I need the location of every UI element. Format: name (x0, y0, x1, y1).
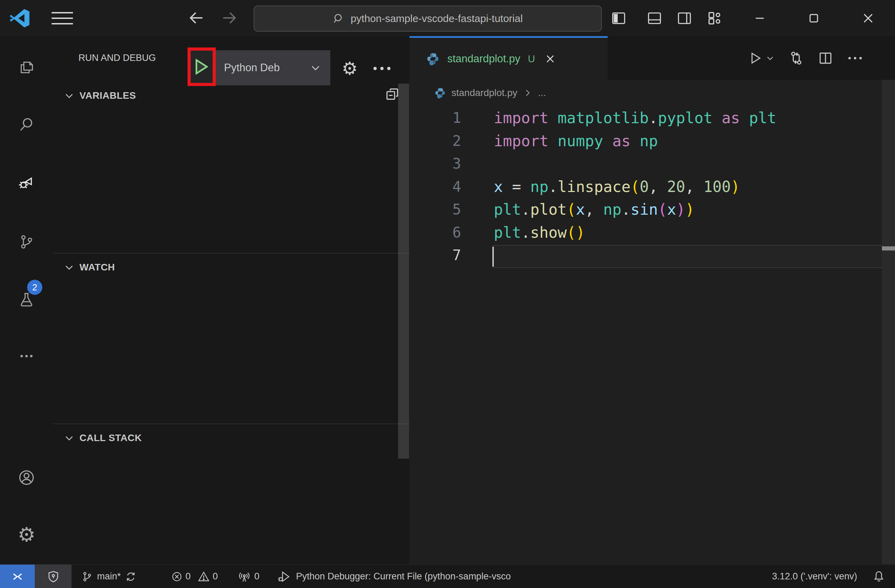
git-branch-icon (81, 571, 93, 582)
code-line[interactable]: plt.plot(x, np.sin(x)) (494, 198, 776, 221)
window-maximize-button[interactable] (798, 0, 829, 36)
section-label: WATCH (79, 262, 115, 273)
branch-name: main* (97, 571, 121, 582)
code-line[interactable]: import numpy as np (494, 130, 776, 153)
ports-status-item[interactable]: 0 (238, 565, 259, 588)
code-line[interactable]: import matplotlib.pyplot as plt (494, 107, 776, 130)
python-file-icon (426, 52, 440, 66)
status-bar: main* 0 0 0 (0, 564, 895, 588)
warning-count: 0 (212, 571, 218, 582)
debug-settings-gear-icon[interactable]: ⚙ (342, 59, 358, 77)
code-line[interactable]: x = np.linspace(0, 20, 100) (494, 176, 776, 199)
workspace-trust-button[interactable] (35, 565, 71, 588)
python-interpreter-item[interactable]: 3.12.0 ('.venv': venv) (772, 565, 857, 588)
problems-status-item[interactable]: 0 0 (171, 565, 218, 588)
toggle-secondary-sidebar-icon[interactable] (677, 10, 692, 26)
search-sidebar-icon[interactable] (0, 106, 53, 144)
debug-alt-icon (278, 570, 291, 583)
breadcrumb-file[interactable]: standardplot.py (452, 87, 517, 99)
code-line[interactable] (494, 152, 776, 176)
debug-views-more-icon[interactable] (372, 61, 392, 76)
vscode-window: python-sample-vscode-fastapi-tutorial (0, 0, 895, 588)
warnings-icon (197, 570, 210, 583)
python-version-text: 3.12.0 ('.venv': venv) (772, 571, 857, 582)
chevron-down-icon (766, 54, 775, 63)
tab-label: standardplot.py (448, 53, 520, 65)
line-number: 2 (410, 130, 461, 153)
source-control-icon[interactable] (0, 223, 53, 261)
nav-back-button[interactable] (188, 9, 205, 27)
line-number: 5 (410, 198, 461, 221)
gutter: 1234567 (410, 107, 461, 267)
line-number: 6 (410, 221, 461, 244)
editor-group: standardplot.py U (410, 36, 895, 564)
sidebar-title: RUN AND DEBUG (79, 53, 156, 63)
debug-configuration-label: Python Deb (224, 62, 280, 74)
debug-configuration-dropdown[interactable]: Python Deb (216, 50, 330, 85)
text-cursor (492, 247, 494, 267)
tab-close-icon[interactable] (545, 53, 556, 64)
radio-tower-icon (238, 570, 251, 583)
tab-standardplot[interactable]: standardplot.py U (410, 36, 608, 80)
section-label: VARIABLES (79, 90, 136, 101)
account-icon[interactable] (0, 459, 53, 497)
command-center-search[interactable]: python-sample-vscode-fastapi-tutorial (253, 6, 602, 32)
title-bar: python-sample-vscode-fastapi-tutorial (0, 0, 895, 36)
python-file-icon (434, 87, 446, 99)
customize-layout-icon[interactable] (707, 10, 722, 26)
section-header-call-stack[interactable]: CALL STACK (64, 428, 142, 448)
editor-scrollbar[interactable] (882, 80, 895, 564)
toggle-primary-sidebar-icon[interactable] (611, 10, 626, 26)
section-header-watch[interactable]: WATCH (64, 257, 115, 278)
command-center-text: python-sample-vscode-fastapi-tutorial (350, 13, 523, 24)
error-count: 0 (185, 571, 191, 582)
remote-icon (11, 570, 24, 583)
more-views-icon[interactable] (0, 337, 53, 375)
tab-modified-indicator: U (528, 53, 535, 65)
vscode-logo-icon (9, 8, 30, 29)
breadcrumb-symbol[interactable]: ... (538, 87, 546, 99)
activity-bar: 2 ⚙ BR (0, 36, 54, 564)
chevron-down-icon (64, 262, 75, 273)
line-number: 4 (410, 176, 461, 199)
run-python-file-button[interactable] (748, 51, 775, 65)
chevron-down-icon (64, 90, 75, 101)
line-number: 3 (410, 152, 461, 176)
section-divider (53, 253, 410, 253)
search-icon (333, 13, 344, 24)
branch-status-item[interactable]: main* (81, 565, 137, 588)
errors-icon (171, 571, 183, 582)
nav-forward-button[interactable] (220, 9, 238, 27)
section-header-variables[interactable]: VARIABLES (64, 85, 136, 106)
debug-status-item[interactable]: Python Debugger: Current File (python-sa… (278, 565, 511, 588)
code-editor[interactable]: 1234567 import matplotlib.pyplot as plti… (410, 107, 895, 564)
breadcrumb[interactable]: standardplot.py ... (410, 80, 895, 106)
window-close-button[interactable] (853, 0, 884, 36)
testing-icon[interactable] (0, 281, 53, 318)
sidebar-scrollbar[interactable] (398, 83, 409, 459)
start-debugging-button[interactable] (194, 58, 209, 76)
explorer-icon[interactable] (0, 48, 53, 86)
window-minimize-button[interactable] (744, 0, 775, 36)
menu-hamburger-button[interactable] (52, 0, 73, 36)
compare-changes-icon[interactable] (788, 50, 804, 66)
code-line[interactable]: plt.show() (494, 221, 776, 244)
split-editor-icon[interactable] (818, 51, 833, 66)
chevron-down-icon (310, 62, 322, 74)
line-number: 1 (410, 107, 461, 130)
tab-bar: standardplot.py U (410, 36, 895, 80)
overview-ruler-marker (882, 246, 895, 250)
breadcrumb-separator-icon (523, 88, 532, 98)
settings-gear-icon[interactable]: ⚙ (0, 516, 53, 553)
run-and-debug-view-icon[interactable] (0, 164, 53, 202)
editor-more-actions-icon[interactable] (847, 51, 863, 66)
start-debugging-annotation-box (188, 47, 216, 86)
toggle-panel-icon[interactable] (646, 10, 662, 26)
ports-count: 0 (254, 571, 259, 582)
code-line[interactable] (494, 244, 776, 267)
remote-indicator[interactable] (0, 565, 35, 588)
section-label: CALL STACK (79, 432, 142, 444)
shield-icon (47, 570, 60, 583)
code-lines: import matplotlib.pyplot as pltimport nu… (494, 107, 776, 267)
notifications-bell-icon[interactable] (872, 565, 885, 588)
